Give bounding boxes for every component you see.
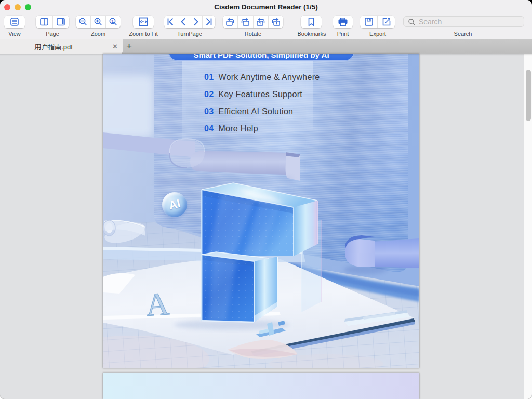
svg-text:1: 1 bbox=[111, 19, 114, 24]
svg-text:A: A bbox=[144, 286, 170, 323]
